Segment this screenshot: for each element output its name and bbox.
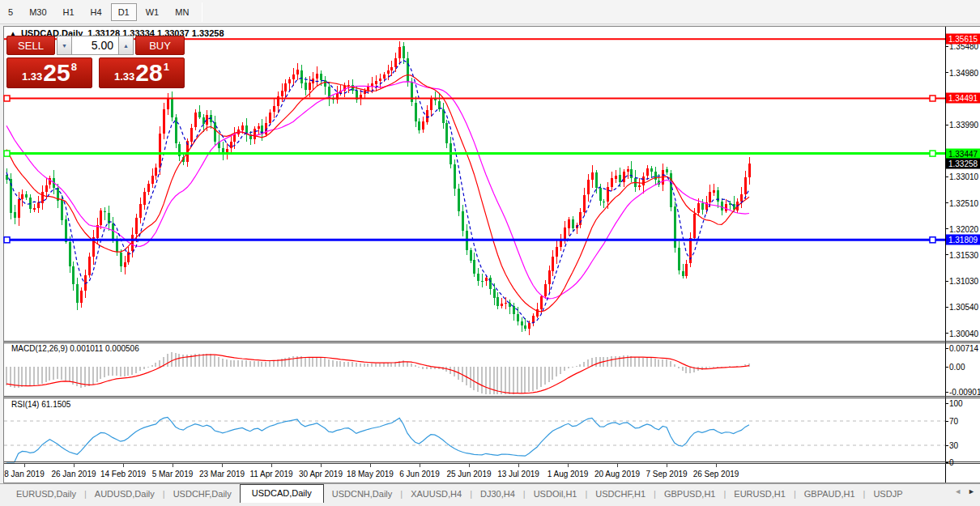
tab-usdoil-h1[interactable]: USDOil,H1 [526,485,586,503]
rsi-tick-label: 30 [949,440,958,451]
price-tick-label: 1.32020 [949,223,978,234]
price-tick-label: 1.30540 [949,302,978,313]
tab-usdchf-h1[interactable]: USDCHF,H1 [587,485,654,503]
timeframe-button-w1[interactable]: W1 [138,3,167,21]
buy-price-sup: 1 [164,61,169,73]
tab-audusd-daily[interactable]: AUDUSD,Daily [87,485,163,503]
date-label: 5 Mar 2019 [152,470,194,478]
buy-price-prefix: 1.33 [114,70,134,83]
macd-tick-label: 0.00714 [949,343,978,354]
price-badge-134491: 1.34491 [946,93,980,104]
tab-dj30-h4[interactable]: DJ30,H4 [472,485,523,503]
toolbar-separator [202,2,202,22]
timeframe-toolbar: 5M30H1H4D1W1MN [0,0,980,24]
macd-values: 0.001011 0.000506 [70,344,138,353]
timeframe-button-5[interactable]: 5 [1,3,20,21]
price-tick-label: 1.32510 [949,198,978,208]
rsi-tick-label: 100 [949,398,963,409]
rsi-tick-label: 0 [949,457,954,468]
date-label: 7 Sep 2019 [646,470,687,478]
tab-scroll-left-icon[interactable]: ◄ [954,487,961,495]
volume-decrease-button[interactable]: ▼ [57,36,72,55]
tab-scroll-arrows: ◄ ► [954,487,975,495]
volume-input[interactable] [72,36,118,55]
sell-price-sup: 8 [71,61,77,73]
tab-usdcad-daily[interactable]: USDCAD,Daily [240,484,324,503]
tab-gbpaud-h1[interactable]: GBPAUD,H1 [796,485,863,503]
price-tick-label: 1.31530 [949,249,978,260]
chart-tab-bar: EURUSD,Daily|AUDUSD,Daily|USDCHF,DailyUS… [0,483,980,506]
timeframe-button-h4[interactable]: H4 [83,3,109,21]
price-badge-133447: 1.33447 [946,148,980,159]
date-label: 8 Jan 2019 [4,470,45,478]
macd-name: MACD(12,26,9) [11,344,67,353]
timeframe-button-h1[interactable]: H1 [56,3,82,21]
tab-usdcnh-daily[interactable]: USDCNH,Daily [324,485,401,503]
tab-eurusd-daily[interactable]: EURUSD,Daily [8,485,84,503]
buy-button[interactable]: BUY [135,36,185,55]
timeframe-button-m30[interactable]: M30 [22,3,53,21]
tab-eurusd-h1[interactable]: EURUSD,H1 [726,485,794,503]
date-label: 25 Jun 2019 [446,470,491,478]
date-label: 26 Sep 2019 [693,470,739,478]
date-label: 6 Jun 2019 [399,470,440,478]
price-tick-label: 1.30040 [949,328,978,338]
tab-usdjp[interactable]: USDJP [865,485,910,503]
price-badge-131809: 1.31809 [946,235,980,245]
date-label: 30 Apr 2019 [299,470,343,478]
price-tick-label: 1.31030 [949,276,978,287]
tab-xauusd-h4[interactable]: XAUUSD,H4 [403,485,470,503]
price-tick-label: 1.34980 [949,67,978,78]
date-label: 1 Aug 2019 [548,470,589,478]
buy-price-big: 28 [135,59,162,87]
timeframe-button-mn[interactable]: MN [168,3,196,21]
volume-stepper: ▼ ▲ [57,36,134,55]
price-badge-135615: 1.35615 [946,34,980,45]
macd-indicator-label: MACD(12,26,9) 0.001011 0.000506 [11,344,139,353]
tab-scroll-right-icon[interactable]: ► [968,487,975,495]
tab-gbpusd-h1[interactable]: GBPUSD,H1 [656,485,724,503]
price-badge-133258: 1.33258 [946,158,980,168]
sell-price-big: 25 [43,59,70,87]
sell-price-prefix: 1.33 [22,70,42,83]
macd-tick-label: 0.00 [949,362,965,372]
rsi-name: RSI(14) [11,400,39,409]
chart-tabs: EURUSD,Daily|AUDUSD,Daily|USDCHF,DailyUS… [8,484,940,503]
timeframe-button-d1[interactable]: D1 [111,3,137,21]
sell-button[interactable]: SELL [6,36,55,55]
sell-price-tile[interactable]: 1.33 25 8 [6,57,92,88]
date-label: 14 Feb 2019 [100,470,146,478]
tab-usdchf-daily[interactable]: USDCHF,Daily [165,485,240,503]
price-tick-label: 1.33990 [949,120,978,130]
date-label: 11 Apr 2019 [249,470,292,478]
rsi-value: 61.1505 [41,400,70,409]
rsi-indicator-label: RSI(14) 61.1505 [11,400,70,409]
date-label: 23 Mar 2019 [199,470,245,478]
buy-price-tile[interactable]: 1.33 28 1 [99,57,185,88]
volume-increase-button[interactable]: ▲ [118,36,134,55]
date-label: 26 Jan 2019 [51,470,96,478]
rsi-tick-label: 70 [949,416,958,427]
price-tick-label: 1.33010 [949,172,978,182]
date-label: 13 Jul 2019 [497,470,539,478]
date-label: 20 Aug 2019 [594,470,640,478]
one-click-trade-panel: SELL ▼ ▲ BUY 1.33 25 8 1.33 28 1 [6,36,185,88]
date-label: 18 May 2019 [347,470,394,478]
macd-tick-label: -0.009015 [949,387,980,398]
